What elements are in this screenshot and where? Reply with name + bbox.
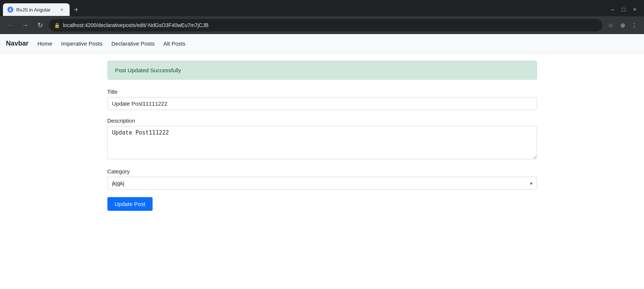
window-controls: – □ ×: [608, 5, 644, 14]
navbar-brand: Navbar: [6, 40, 29, 47]
title-form-group: Title: [107, 89, 537, 110]
extensions-button[interactable]: ⊕: [617, 20, 628, 30]
menu-button[interactable]: ⋮: [629, 20, 640, 30]
new-tab-button[interactable]: +: [71, 4, 81, 15]
lock-icon: 🔒: [54, 23, 60, 28]
reload-button[interactable]: ↻: [34, 19, 46, 31]
page-content: Navbar Home Imperative Posts Declarative…: [0, 34, 644, 289]
update-post-button[interactable]: Update Post: [107, 197, 153, 211]
address-bar-actions: ☆ ⊕ ⋮: [605, 20, 640, 30]
nav-link-alt-posts[interactable]: Alt Posts: [163, 40, 185, 47]
active-tab[interactable]: A RxJS in Angular ×: [3, 3, 70, 16]
nav-link-home[interactable]: Home: [37, 40, 52, 47]
tab-bar: A RxJS in Angular × + – □ ×: [0, 0, 644, 16]
success-banner: Post Updated Successfully: [107, 61, 537, 80]
category-label: Category: [107, 168, 537, 175]
title-input[interactable]: [107, 97, 537, 110]
category-select[interactable]: jkjgkj: [107, 177, 537, 190]
navbar: Navbar Home Imperative Posts Declarative…: [0, 34, 644, 53]
nav-link-imperative-posts[interactable]: Imperative Posts: [61, 40, 103, 47]
category-select-wrapper: jkjgkj ▾: [107, 177, 537, 190]
browser-window: A RxJS in Angular × + – □ × ← → ↻ 🔒 loca…: [0, 0, 644, 289]
description-textarea[interactable]: Update Post111222: [107, 126, 537, 159]
title-label: Title: [107, 89, 537, 95]
tab-title-text: RxJS in Angular: [16, 7, 56, 13]
description-form-group: Description Update Post111222: [107, 117, 537, 161]
bookmark-button[interactable]: ☆: [605, 20, 616, 30]
forward-button[interactable]: →: [19, 19, 31, 31]
nav-link-declarative-posts[interactable]: Declarative Posts: [111, 40, 155, 47]
address-bar[interactable]: 🔒 localhost:4200/declarativeposts/edit/-…: [49, 19, 603, 31]
maximize-button[interactable]: □: [619, 5, 628, 14]
category-form-group: Category jkjgkj ▾: [107, 168, 537, 190]
minimize-button[interactable]: –: [608, 5, 617, 14]
main-content: Post Updated Successfully Title Descript…: [100, 53, 544, 218]
back-button[interactable]: ←: [4, 19, 16, 31]
close-window-button[interactable]: ×: [630, 5, 640, 14]
address-bar-row: ← → ↻ 🔒 localhost:4200/declarativeposts/…: [0, 16, 644, 34]
url-text: localhost:4200/declarativeposts/edit/-Nd…: [63, 22, 208, 28]
tab-close-button[interactable]: ×: [59, 6, 65, 13]
description-label: Description: [107, 117, 537, 124]
success-message: Post Updated Successfully: [115, 67, 181, 73]
tab-favicon: A: [7, 7, 13, 13]
